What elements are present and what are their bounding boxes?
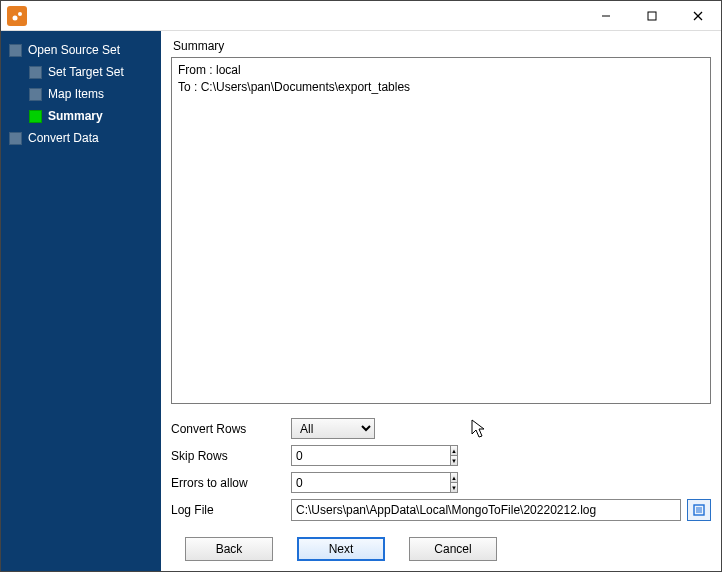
log-file-browse-button[interactable] [687,499,711,521]
svg-point-1 [18,12,22,16]
step-label: Convert Data [28,131,99,145]
wizard-step-convert-data[interactable]: Convert Data [1,127,161,149]
wizard-step-set-target-set[interactable]: Set Target Set [1,61,161,83]
maximize-button[interactable] [629,1,675,31]
wizard-sidebar: Open Source SetSet Target SetMap ItemsSu… [1,31,161,571]
step-marker-icon [29,66,42,79]
wizard-step-open-source-set[interactable]: Open Source Set [1,39,161,61]
errors-allow-spinner[interactable]: ▲ ▼ [291,472,375,493]
button-bar: Back Next Cancel [171,527,711,561]
skip-rows-down-icon[interactable]: ▼ [451,456,457,465]
wizard-step-summary[interactable]: Summary [1,105,161,127]
step-label: Set Target Set [48,65,124,79]
next-button[interactable]: Next [297,537,385,561]
skip-rows-label: Skip Rows [171,449,291,463]
step-marker-icon [29,88,42,101]
convert-rows-select[interactable]: All [291,418,375,439]
log-file-label: Log File [171,503,291,517]
convert-rows-label: Convert Rows [171,422,291,436]
svg-rect-3 [648,12,656,20]
close-button[interactable] [675,1,721,31]
step-marker-icon [29,110,42,123]
back-button[interactable]: Back [185,537,273,561]
step-label: Summary [48,109,103,123]
errors-allow-label: Errors to allow [171,476,291,490]
step-marker-icon [9,44,22,57]
skip-rows-up-icon[interactable]: ▲ [451,446,457,456]
app-icon [7,6,27,26]
minimize-button[interactable] [583,1,629,31]
errors-allow-down-icon[interactable]: ▼ [451,483,457,492]
wizard-step-map-items[interactable]: Map Items [1,83,161,105]
log-file-input[interactable] [291,499,681,521]
svg-point-0 [13,15,18,20]
step-label: Open Source Set [28,43,120,57]
skip-rows-input[interactable] [291,445,450,466]
step-marker-icon [9,132,22,145]
errors-allow-up-icon[interactable]: ▲ [451,473,457,483]
main-panel: Summary From : local To : C:\Users\pan\D… [161,31,721,571]
wizard-window: Open Source SetSet Target SetMap ItemsSu… [0,0,722,572]
errors-allow-input[interactable] [291,472,450,493]
titlebar [1,1,721,31]
summary-label: Summary [171,37,711,57]
summary-textbox[interactable]: From : local To : C:\Users\pan\Documents… [171,57,711,404]
skip-rows-spinner[interactable]: ▲ ▼ [291,445,375,466]
step-label: Map Items [48,87,104,101]
cancel-button[interactable]: Cancel [409,537,497,561]
